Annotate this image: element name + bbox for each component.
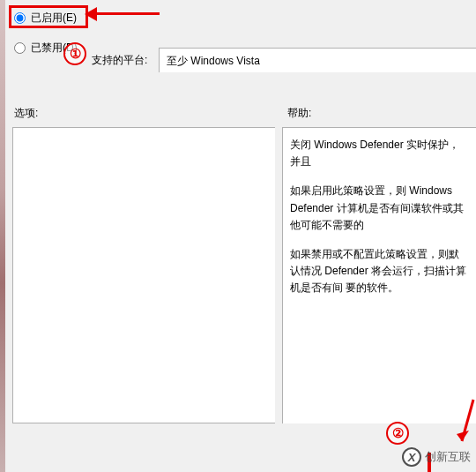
help-panel: 关闭 Windows Defender 实时保护，并且 如果启用此策略设置，则 … xyxy=(282,127,476,423)
radio-disabled-label: 已禁用(D) xyxy=(31,41,78,56)
help-text-2: 如果启用此策略设置，则 Windows Defender 计算机是否有间谍软件或… xyxy=(290,183,469,234)
radio-enabled-label: 已启用(E) xyxy=(31,11,77,26)
options-label: 选项: xyxy=(14,106,38,121)
supported-platform-label: 支持的平台: xyxy=(92,53,147,68)
radio-disabled[interactable] xyxy=(14,42,26,54)
annotation-bottom-mark xyxy=(428,453,431,472)
annotation-circle-2: ② xyxy=(386,422,409,445)
help-text-1: 关闭 Windows Defender 实时保护，并且 xyxy=(290,137,469,170)
radio-enabled[interactable] xyxy=(14,12,26,24)
options-panel xyxy=(12,127,275,423)
radio-option-disabled[interactable]: 已禁用(D) xyxy=(14,39,78,56)
watermark-logo-icon: X xyxy=(402,447,421,467)
supported-platform-value: 至少 Windows Vista xyxy=(159,48,476,72)
watermark-text: 创新互联 xyxy=(425,449,471,465)
policy-state-radio-group: 已启用(E) 已禁用(D) xyxy=(14,9,78,69)
watermark: X 创新互联 xyxy=(402,447,471,467)
radio-option-enabled[interactable]: 已启用(E) xyxy=(14,9,78,26)
svg-marker-1 xyxy=(457,431,469,441)
help-label: 帮助: xyxy=(287,106,311,121)
help-text-3: 如果禁用或不配置此策略设置，则默认情况 Defender 将会运行，扫描计算机是… xyxy=(290,246,469,297)
policy-editor-panel: 已启用(E) 已禁用(D) 支持的平台: 至少 Windows Vista 选项… xyxy=(5,0,476,472)
